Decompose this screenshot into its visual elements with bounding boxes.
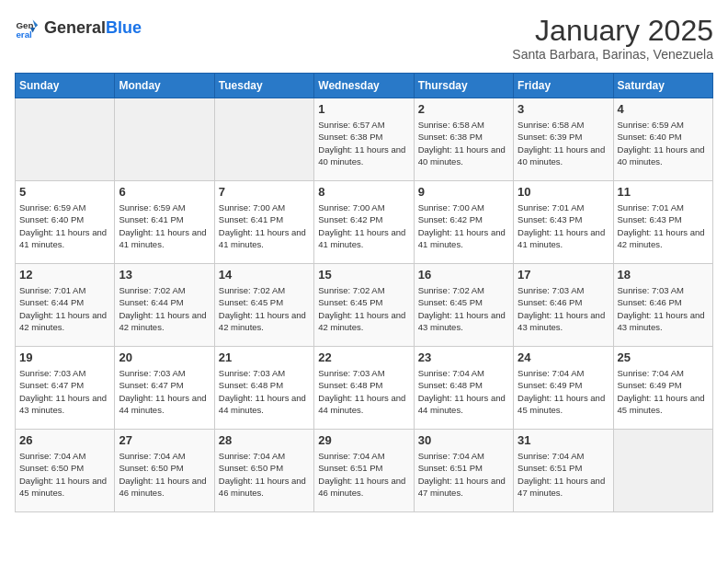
day-info: Sunrise: 7:00 AM Sunset: 6:41 PM Dayligh…: [219, 201, 310, 250]
day-info: Sunrise: 7:01 AM Sunset: 6:43 PM Dayligh…: [518, 201, 609, 250]
day-number: 2: [418, 102, 509, 116]
header-sunday: Sunday: [16, 74, 115, 98]
table-cell: 13 Sunrise: 7:02 AM Sunset: 6:44 PM Dayl…: [115, 264, 214, 347]
day-info: Sunrise: 6:58 AM Sunset: 6:39 PM Dayligh…: [518, 119, 609, 167]
day-info: Sunrise: 7:01 AM Sunset: 6:43 PM Dayligh…: [618, 201, 709, 250]
day-number: 22: [318, 350, 409, 364]
day-number: 3: [518, 102, 609, 116]
day-number: 11: [618, 185, 709, 199]
week-row-2: 5 Sunrise: 6:59 AM Sunset: 6:40 PM Dayli…: [16, 181, 713, 264]
table-cell: 17 Sunrise: 7:03 AM Sunset: 6:46 PM Dayl…: [514, 264, 613, 347]
day-info: Sunrise: 7:04 AM Sunset: 6:51 PM Dayligh…: [518, 450, 609, 499]
table-cell: 3 Sunrise: 6:58 AM Sunset: 6:39 PM Dayli…: [514, 98, 613, 181]
table-cell: 4 Sunrise: 6:59 AM Sunset: 6:40 PM Dayli…: [613, 98, 712, 181]
table-cell: [214, 98, 313, 181]
table-cell: 29 Sunrise: 7:04 AM Sunset: 6:51 PM Dayl…: [314, 430, 414, 512]
week-row-3: 12 Sunrise: 7:01 AM Sunset: 6:44 PM Dayl…: [16, 264, 713, 347]
day-info: Sunrise: 6:59 AM Sunset: 6:40 PM Dayligh…: [618, 119, 709, 167]
day-info: Sunrise: 7:03 AM Sunset: 6:46 PM Dayligh…: [518, 284, 609, 333]
table-cell: 7 Sunrise: 7:00 AM Sunset: 6:41 PM Dayli…: [214, 181, 313, 264]
table-cell: 24 Sunrise: 7:04 AM Sunset: 6:49 PM Dayl…: [514, 347, 613, 430]
table-cell: 28 Sunrise: 7:04 AM Sunset: 6:50 PM Dayl…: [214, 430, 313, 512]
day-number: 8: [318, 185, 409, 199]
table-cell: 9 Sunrise: 7:00 AM Sunset: 6:42 PM Dayli…: [414, 181, 513, 264]
day-number: 15: [318, 268, 409, 282]
day-info: Sunrise: 6:58 AM Sunset: 6:38 PM Dayligh…: [418, 119, 509, 167]
week-row-1: 1 Sunrise: 6:57 AM Sunset: 6:38 PM Dayli…: [16, 98, 713, 181]
day-info: Sunrise: 6:59 AM Sunset: 6:41 PM Dayligh…: [119, 201, 210, 250]
table-cell: 12 Sunrise: 7:01 AM Sunset: 6:44 PM Dayl…: [16, 264, 115, 347]
table-cell: 11 Sunrise: 7:01 AM Sunset: 6:43 PM Dayl…: [613, 181, 712, 264]
day-info: Sunrise: 7:04 AM Sunset: 6:50 PM Dayligh…: [119, 450, 210, 499]
header-wednesday: Wednesday: [314, 74, 414, 98]
day-info: Sunrise: 7:04 AM Sunset: 6:49 PM Dayligh…: [518, 367, 609, 416]
table-cell: 1 Sunrise: 6:57 AM Sunset: 6:38 PM Dayli…: [314, 98, 414, 181]
day-number: 21: [219, 350, 310, 364]
day-number: 26: [19, 433, 110, 447]
day-number: 27: [119, 433, 210, 447]
day-info: Sunrise: 7:04 AM Sunset: 6:50 PM Dayligh…: [19, 450, 110, 499]
table-cell: 5 Sunrise: 6:59 AM Sunset: 6:40 PM Dayli…: [16, 181, 115, 264]
logo: Gen eral GeneralBlue: [15, 15, 142, 40]
header-thursday: Thursday: [414, 74, 513, 98]
logo-blue-text: Blue: [106, 18, 142, 37]
table-cell: 10 Sunrise: 7:01 AM Sunset: 6:43 PM Dayl…: [514, 181, 613, 264]
week-row-5: 26 Sunrise: 7:04 AM Sunset: 6:50 PM Dayl…: [16, 430, 713, 512]
header-saturday: Saturday: [613, 74, 712, 98]
day-info: Sunrise: 7:04 AM Sunset: 6:50 PM Dayligh…: [219, 450, 310, 499]
day-info: Sunrise: 7:03 AM Sunset: 6:48 PM Dayligh…: [219, 367, 310, 416]
day-number: 28: [219, 433, 310, 447]
calendar-title: January 2025: [512, 15, 713, 47]
day-info: Sunrise: 7:02 AM Sunset: 6:45 PM Dayligh…: [318, 284, 409, 333]
table-cell: 15 Sunrise: 7:02 AM Sunset: 6:45 PM Dayl…: [314, 264, 414, 347]
day-info: Sunrise: 7:04 AM Sunset: 6:48 PM Dayligh…: [418, 367, 509, 416]
day-number: 25: [618, 350, 709, 364]
day-number: 23: [418, 350, 509, 364]
day-number: 30: [418, 433, 509, 447]
logo-general-text: General: [44, 18, 106, 37]
day-number: 13: [119, 268, 210, 282]
day-info: Sunrise: 7:04 AM Sunset: 6:49 PM Dayligh…: [618, 367, 709, 416]
day-number: 29: [318, 433, 409, 447]
day-info: Sunrise: 7:04 AM Sunset: 6:51 PM Dayligh…: [318, 450, 409, 499]
calendar-table: SundayMondayTuesdayWednesdayThursdayFrid…: [15, 73, 713, 512]
table-cell: 2 Sunrise: 6:58 AM Sunset: 6:38 PM Dayli…: [414, 98, 513, 181]
day-number: 4: [618, 102, 709, 116]
day-info: Sunrise: 6:59 AM Sunset: 6:40 PM Dayligh…: [19, 201, 110, 250]
table-cell: 25 Sunrise: 7:04 AM Sunset: 6:49 PM Dayl…: [613, 347, 712, 430]
day-info: Sunrise: 7:02 AM Sunset: 6:45 PM Dayligh…: [418, 284, 509, 333]
day-info: Sunrise: 7:01 AM Sunset: 6:44 PM Dayligh…: [19, 284, 110, 333]
page-header: Gen eral GeneralBlue January 2025 Santa …: [15, 15, 713, 62]
table-cell: 6 Sunrise: 6:59 AM Sunset: 6:41 PM Dayli…: [115, 181, 214, 264]
table-cell: 22 Sunrise: 7:03 AM Sunset: 6:48 PM Dayl…: [314, 347, 414, 430]
table-cell: 20 Sunrise: 7:03 AM Sunset: 6:47 PM Dayl…: [115, 347, 214, 430]
day-number: 6: [119, 185, 210, 199]
table-cell: 21 Sunrise: 7:03 AM Sunset: 6:48 PM Dayl…: [214, 347, 313, 430]
day-number: 12: [19, 268, 110, 282]
day-number: 10: [518, 185, 609, 199]
header-tuesday: Tuesday: [214, 74, 313, 98]
day-number: 24: [518, 350, 609, 364]
day-info: Sunrise: 7:03 AM Sunset: 6:47 PM Dayligh…: [119, 367, 210, 416]
table-cell: 30 Sunrise: 7:04 AM Sunset: 6:51 PM Dayl…: [414, 430, 513, 512]
day-number: 19: [19, 350, 110, 364]
table-cell: 16 Sunrise: 7:02 AM Sunset: 6:45 PM Dayl…: [414, 264, 513, 347]
day-info: Sunrise: 7:00 AM Sunset: 6:42 PM Dayligh…: [318, 201, 409, 250]
header-row: SundayMondayTuesdayWednesdayThursdayFrid…: [16, 74, 713, 98]
header-friday: Friday: [514, 74, 613, 98]
day-number: 20: [119, 350, 210, 364]
title-block: January 2025 Santa Barbara, Barinas, Ven…: [512, 15, 713, 62]
day-number: 5: [19, 185, 110, 199]
day-number: 18: [618, 268, 709, 282]
table-cell: 8 Sunrise: 7:00 AM Sunset: 6:42 PM Dayli…: [314, 181, 414, 264]
table-cell: [115, 98, 214, 181]
table-cell: 27 Sunrise: 7:04 AM Sunset: 6:50 PM Dayl…: [115, 430, 214, 512]
day-number: 14: [219, 268, 310, 282]
day-number: 1: [318, 102, 409, 116]
day-info: Sunrise: 7:03 AM Sunset: 6:48 PM Dayligh…: [318, 367, 409, 416]
table-cell: 18 Sunrise: 7:03 AM Sunset: 6:46 PM Dayl…: [613, 264, 712, 347]
day-number: 9: [418, 185, 509, 199]
table-cell: 23 Sunrise: 7:04 AM Sunset: 6:48 PM Dayl…: [414, 347, 513, 430]
day-info: Sunrise: 7:03 AM Sunset: 6:47 PM Dayligh…: [19, 367, 110, 416]
day-info: Sunrise: 6:57 AM Sunset: 6:38 PM Dayligh…: [318, 119, 409, 167]
